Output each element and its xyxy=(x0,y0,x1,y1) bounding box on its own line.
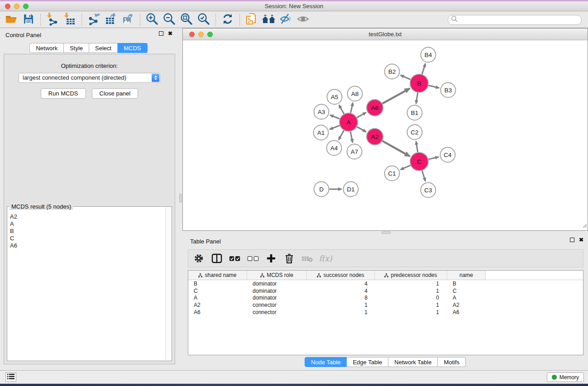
float-panel-icon[interactable] xyxy=(159,31,163,36)
graph-edge-C-C3[interactable] xyxy=(422,171,425,181)
graph-edge-B-B1[interactable] xyxy=(416,93,418,104)
column-header-name[interactable]: name xyxy=(447,271,486,280)
table-cell: A6 xyxy=(447,309,486,315)
graph-edge-A-A7[interactable] xyxy=(350,132,353,143)
save-session-button[interactable] xyxy=(20,13,37,27)
deselect-all-icon[interactable] xyxy=(247,253,259,264)
table-cell: A2 xyxy=(447,302,486,308)
zoom-selected-icon xyxy=(197,12,210,28)
save-session-icon xyxy=(22,13,35,27)
selected-criterion: largest connected component (directed) xyxy=(23,74,126,81)
mcds-result-item[interactable]: C xyxy=(10,235,172,242)
vertical-splitter-handle[interactable] xyxy=(179,194,182,203)
add-column-icon[interactable] xyxy=(265,253,277,264)
zoom-in-button[interactable] xyxy=(143,13,161,27)
export-image-button[interactable] xyxy=(120,13,137,27)
duplicate-network-button[interactable] xyxy=(243,13,260,27)
graph-edge-A-A4[interactable] xyxy=(339,130,344,140)
graph-edge-C-C4[interactable] xyxy=(428,157,439,159)
import-network-button[interactable] xyxy=(44,13,61,27)
close-panel-button[interactable]: Close panel xyxy=(92,88,139,99)
memory-button[interactable]: Memory xyxy=(547,372,584,382)
horizontal-splitter-handle[interactable] xyxy=(382,231,391,234)
table-cell: 1 xyxy=(375,288,447,294)
result-scrollbar[interactable] xyxy=(165,207,171,360)
graph-edge-B-B2[interactable] xyxy=(401,75,411,79)
refresh-button[interactable] xyxy=(219,13,236,27)
graph-edge-B-B3[interactable] xyxy=(428,86,439,88)
mcds-result-item[interactable]: A xyxy=(10,220,172,228)
control-panel-header: Control Panel ✖ xyxy=(0,28,177,42)
delete-icon[interactable] xyxy=(283,253,295,264)
column-header-successor-nodes[interactable]: successor nodes xyxy=(307,271,375,280)
show-details-button[interactable] xyxy=(295,13,312,27)
open-file-icon xyxy=(5,13,18,27)
export-table-button[interactable] xyxy=(102,13,120,27)
tab-mcds[interactable]: MCDS xyxy=(118,43,147,53)
tab-network-table[interactable]: Network Table xyxy=(388,357,438,367)
graph-edge-A2-C[interactable] xyxy=(382,141,410,156)
column-header-MCDS-role[interactable]: MCDS role xyxy=(247,271,307,280)
tab-network[interactable]: Network xyxy=(29,43,64,53)
graph-edge-A-A5[interactable] xyxy=(339,105,344,114)
select-all-icon[interactable] xyxy=(229,253,241,264)
table-row[interactable]: A2connector11A2 xyxy=(188,301,583,309)
graph-edge-A-A2[interactable] xyxy=(357,127,366,132)
table-panel-title: Table Panel xyxy=(190,238,221,245)
function-builder-icon[interactable]: f(x) xyxy=(320,253,331,264)
mcds-result-item[interactable]: A2 xyxy=(10,213,172,220)
run-mcds-button[interactable]: Run MCDS xyxy=(41,88,86,99)
zoom-fit-button[interactable] xyxy=(178,13,195,27)
graph-edge-A-A8[interactable] xyxy=(351,103,353,113)
graph-edge-C-C1[interactable] xyxy=(401,165,411,169)
open-file-button[interactable] xyxy=(3,13,20,27)
mcds-result-item[interactable]: B xyxy=(10,228,172,235)
table-cell: A2 xyxy=(188,302,247,308)
zoom-selected-button[interactable] xyxy=(195,13,212,27)
export-network-button[interactable] xyxy=(85,13,102,27)
home-networks-button[interactable] xyxy=(260,13,277,27)
close-table-panel-icon[interactable]: ✖ xyxy=(579,238,583,242)
close-panel-icon[interactable]: ✖ xyxy=(168,31,172,36)
graph-edge-C-C2[interactable] xyxy=(416,141,418,152)
tab-motifs[interactable]: Motifs xyxy=(438,357,466,367)
delete-table-icon[interactable] xyxy=(301,253,313,264)
column-header-shared-name[interactable]: shared name xyxy=(188,271,247,280)
dropdown-stepper-icon xyxy=(152,74,159,82)
graph-edge-A-A6[interactable] xyxy=(357,113,366,118)
import-table-button[interactable] xyxy=(61,13,78,27)
resize-grip-icon[interactable] xyxy=(582,222,587,230)
graph-node-label: B3 xyxy=(445,87,452,94)
tab-select[interactable]: Select xyxy=(89,43,118,53)
float-table-panel-icon[interactable] xyxy=(570,238,574,242)
search-input[interactable] xyxy=(458,17,571,23)
zoom-out-button[interactable] xyxy=(161,13,178,27)
search-icon xyxy=(451,15,458,24)
tab-edge-table[interactable]: Edge Table xyxy=(347,357,388,367)
tab-node-table[interactable]: Node Table xyxy=(305,357,347,367)
columns-icon[interactable] xyxy=(211,253,223,264)
table-cell: B xyxy=(188,281,247,287)
gear-icon[interactable] xyxy=(193,253,205,264)
table-row[interactable]: Cdominator41C xyxy=(188,287,583,295)
column-header-predecessor-nodes[interactable]: predecessor nodes xyxy=(375,271,447,280)
graph-node-label: C1 xyxy=(388,170,396,177)
table-row[interactable]: A6connector11A6 xyxy=(188,309,583,316)
tab-style[interactable]: Style xyxy=(64,43,89,53)
graph-edge-A-A1[interactable] xyxy=(330,125,339,129)
graph-edge-B-B4[interactable] xyxy=(422,64,425,74)
table-cell: 1 xyxy=(375,302,447,308)
graph-node-label: D1 xyxy=(347,186,354,193)
hide-details-icon xyxy=(279,13,293,27)
optimization-criterion-select[interactable]: largest connected component (directed) xyxy=(19,73,160,83)
task-history-button[interactable] xyxy=(5,372,16,382)
node-table: shared nameMCDS rolesuccessor nodesprede… xyxy=(188,270,583,355)
network-canvas[interactable]: ABCA2A6A1A3A4A5A7A8B1B2B3B4C1C2C3C4DD1 xyxy=(183,40,588,230)
mcds-result-item[interactable]: A6 xyxy=(10,242,172,249)
graph-edge-A-A3[interactable] xyxy=(330,115,339,119)
hide-details-button[interactable] xyxy=(277,13,295,27)
graph-edge-A6-B[interactable] xyxy=(382,89,410,104)
table-row[interactable]: Adominator80A xyxy=(188,295,583,302)
graph-node-label: A xyxy=(346,119,350,126)
table-row[interactable]: Bdominator41B xyxy=(188,280,583,287)
